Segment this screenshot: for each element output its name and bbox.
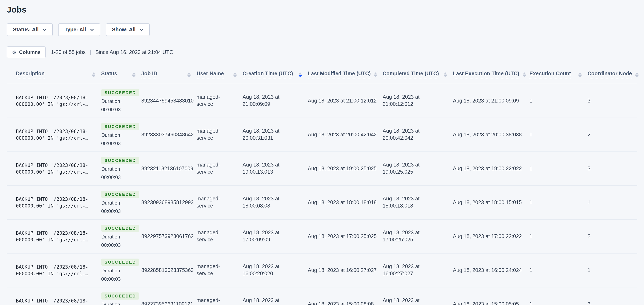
duration-value: 00:00:03 <box>101 275 121 282</box>
cell-status: SUCCEEDED Duration: 00:00:03 <box>101 89 141 113</box>
caret-down-icon <box>92 75 95 77</box>
jobs-page: Jobs Status: All Type: All Show: All <box>0 0 644 305</box>
columns-button[interactable]: ⚙ Columns <box>7 47 46 58</box>
user-name-value: managed-service <box>196 94 230 108</box>
column-header-status[interactable]: Status <box>101 66 141 84</box>
duration-label: Duration: <box>101 165 122 172</box>
cell-job-id: 892321182136107009 <box>141 165 196 172</box>
results-divider: | <box>90 49 91 55</box>
column-header-label: Job ID <box>141 71 157 79</box>
cell-coordinator-node: 3 <box>588 300 637 305</box>
caret-down-icon <box>636 75 639 77</box>
column-header-user-name[interactable]: User Name <box>196 66 242 84</box>
cell-user-name: managed-service <box>196 161 242 176</box>
cell-description[interactable]: BACKUP INTO '/2023/08/18-000000.00' IN '… <box>7 128 101 142</box>
cell-creation-time: Aug 18, 2023 at 16:00:20:020 <box>242 263 308 277</box>
column-header-completed-time[interactable]: Completed Time (UTC) <box>383 66 453 84</box>
column-header-last-execution[interactable]: Last Execution Time (UTC) <box>453 66 530 84</box>
user-name-value: managed-service <box>196 195 230 210</box>
cell-execution-count: 1 <box>530 233 588 240</box>
jobs-table: Description Status Job ID User Name Crea… <box>7 66 637 305</box>
cell-completed-time: Aug 18, 2023 at 17:00:25:025 <box>383 229 453 243</box>
cell-job-id: 892344759453483010 <box>141 97 196 104</box>
cell-status: SUCCEEDED Duration: 00:00:03 <box>101 258 141 282</box>
description-link[interactable]: BACKUP INTO '/2023/08/18-000000.00' IN '… <box>16 263 94 277</box>
cell-execution-count: 1 <box>530 267 588 274</box>
status-badge: SUCCEEDED <box>101 292 140 299</box>
duration-value: 00:00:03 <box>101 140 121 147</box>
cell-job-id: 892333037460848642 <box>141 131 196 138</box>
creation-time-value: Aug 18, 2023 at 21:00:09:09 <box>242 94 284 108</box>
column-header-creation-time[interactable]: Creation Time (UTC) <box>242 66 308 84</box>
cell-last-execution-time: Aug 18, 2023 at 20:00:38:038 <box>453 131 530 138</box>
cell-description[interactable]: BACKUP INTO '/2023/08/18-000000.00' IN '… <box>7 297 101 305</box>
creation-time-value: Aug 18, 2023 at 16:00:20:020 <box>242 263 284 277</box>
caret-up-icon <box>374 72 378 75</box>
creation-time-value: Aug 18, 2023 at 18:00:08:08 <box>242 195 284 210</box>
description-link[interactable]: BACKUP INTO '/2023/08/18-000000.00' IN '… <box>16 196 94 209</box>
user-name-value: managed-service <box>196 161 230 176</box>
table-row: BACKUP INTO '/2023/08/18-000000.00' IN '… <box>7 287 637 305</box>
column-header-execution-count[interactable]: Execution Count <box>530 66 588 84</box>
table-row: BACKUP INTO '/2023/08/18-000000.00' IN '… <box>7 220 637 253</box>
chevron-down-icon <box>42 29 47 31</box>
column-header-last-modified[interactable]: Last Modified Time (UTC) <box>308 66 383 84</box>
caret-down-icon <box>298 75 302 77</box>
filter-status-button[interactable]: Status: All <box>7 24 53 36</box>
caret-up-icon <box>132 72 136 75</box>
description-link[interactable]: BACKUP INTO '/2023/08/18-000000.00' IN '… <box>16 128 94 141</box>
description-link[interactable]: BACKUP INTO '/2023/08/18-000000.00' IN '… <box>16 229 94 243</box>
cell-status: SUCCEEDED Duration: 00:00:03 <box>101 292 141 305</box>
cell-last-modified-time: Aug 18, 2023 at 21:00:12:012 <box>308 97 383 104</box>
caret-up-icon <box>298 72 302 75</box>
cell-status: SUCCEEDED Duration: 00:00:03 <box>101 191 141 214</box>
sort-carets-icon <box>444 72 447 77</box>
sort-carets-icon <box>132 72 136 77</box>
cell-completed-time: Aug 18, 2023 at 16:00:27:027 <box>383 263 453 277</box>
duration-label: Duration: <box>101 267 122 274</box>
since-text: Since Aug 16, 2023 at 21:04 UTC <box>95 49 173 55</box>
table-row: BACKUP INTO '/2023/08/18-000000.00' IN '… <box>7 253 637 287</box>
cell-description[interactable]: BACKUP INTO '/2023/08/18-000000.00' IN '… <box>7 196 101 209</box>
table-row: BACKUP INTO '/2023/08/18-000000.00' IN '… <box>7 152 637 186</box>
table-header-row: Description Status Job ID User Name Crea… <box>7 66 637 84</box>
status-badge: SUCCEEDED <box>101 224 140 232</box>
cell-coordinator-node: 2 <box>588 233 637 240</box>
cell-job-id: 892273953631109121 <box>141 300 196 305</box>
cell-user-name: managed-service <box>196 195 242 210</box>
cell-completed-time: Aug 18, 2023 at 18:00:18:018 <box>383 195 453 210</box>
description-link[interactable]: BACKUP INTO '/2023/08/18-000000.00' IN '… <box>16 94 94 107</box>
cell-description[interactable]: BACKUP INTO '/2023/08/18-000000.00' IN '… <box>7 94 101 108</box>
description-link[interactable]: BACKUP INTO '/2023/08/18-000000.00' IN '… <box>16 162 94 175</box>
caret-down-icon <box>444 75 447 77</box>
column-header-label: Description <box>16 71 45 79</box>
cell-execution-count: 1 <box>530 97 588 104</box>
column-header-coordinator-node[interactable]: Coordinator Node <box>588 66 640 84</box>
filter-show-button[interactable]: Show: All <box>106 24 150 36</box>
cell-status: SUCCEEDED Duration: 00:00:03 <box>101 123 141 147</box>
status-badge: SUCCEEDED <box>101 157 140 164</box>
filter-type-button[interactable]: Type: All <box>58 24 100 36</box>
filters-bar: Status: All Type: All Show: All <box>7 24 637 36</box>
user-name-value: managed-service <box>196 128 230 142</box>
column-header-description[interactable]: Description <box>7 66 101 84</box>
cell-execution-count: 1 <box>530 131 588 138</box>
cell-execution-count: 1 <box>530 199 588 206</box>
cell-execution-count: 1 <box>530 165 588 172</box>
column-header-label: Last Execution Time (UTC) <box>453 71 520 79</box>
cell-user-name: managed-service <box>196 94 242 108</box>
caret-up-icon <box>233 72 237 75</box>
cell-description[interactable]: BACKUP INTO '/2023/08/18-000000.00' IN '… <box>7 162 101 175</box>
chevron-down-icon <box>140 29 144 31</box>
cell-job-id: 892285813023375363 <box>141 267 196 274</box>
results-meta: 1-20 of 55 jobs | Since Aug 16, 2023 at … <box>51 49 173 55</box>
column-header-job-id[interactable]: Job ID <box>141 66 196 84</box>
sort-carets-icon <box>578 72 582 77</box>
cell-description[interactable]: BACKUP INTO '/2023/08/18-000000.00' IN '… <box>7 263 101 277</box>
description-link[interactable]: BACKUP INTO '/2023/08/18-000000.00' IN '… <box>16 297 94 305</box>
caret-down-icon <box>523 75 526 77</box>
cell-last-modified-time: Aug 18, 2023 at 16:00:27:027 <box>308 267 383 274</box>
cell-description[interactable]: BACKUP INTO '/2023/08/18-000000.00' IN '… <box>7 229 101 243</box>
duration-value: 00:00:03 <box>101 208 121 214</box>
duration-label: Duration: <box>101 199 122 206</box>
